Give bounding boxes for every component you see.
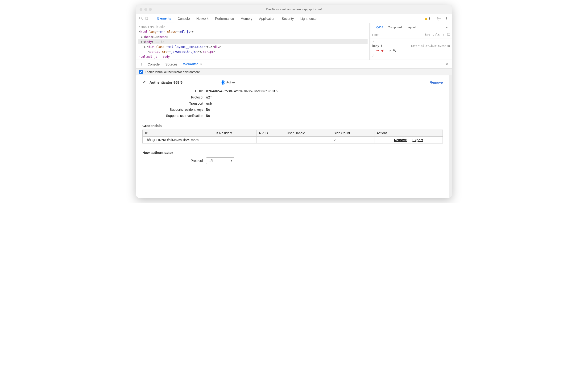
breadcrumb[interactable]: html.mdl-js body bbox=[136, 54, 369, 60]
tab-security[interactable]: Security bbox=[278, 14, 297, 23]
credentials-title: Credentials bbox=[142, 124, 443, 128]
separator bbox=[151, 16, 151, 21]
active-radio[interactable] bbox=[221, 80, 225, 84]
tab-memory[interactable]: Memory bbox=[237, 14, 256, 23]
col-is-resident[interactable]: Is Resident bbox=[213, 130, 257, 137]
window-title: DevTools - webauthndemo.appspot.com/ bbox=[136, 8, 452, 11]
drawer-tab-webauthn[interactable]: WebAuthn × bbox=[180, 60, 205, 68]
col-actions: Actions bbox=[374, 130, 443, 137]
credential-remove-link[interactable]: Remove bbox=[394, 138, 407, 142]
styles-panel: Styles Computed Layout » :hov .cls + } b… bbox=[370, 23, 452, 60]
svg-rect-2 bbox=[148, 18, 149, 20]
drawer-tab-console[interactable]: Console bbox=[145, 61, 162, 68]
protocol-value: u2f bbox=[206, 95, 443, 99]
cred-id: +bfTQHHRzKOfhilMnvIvCIkWTm5p9… bbox=[143, 137, 213, 144]
tab-console[interactable]: Console bbox=[174, 14, 193, 23]
transport-value: usb bbox=[206, 102, 443, 105]
sidebar-toggle-icon[interactable] bbox=[446, 33, 452, 37]
col-id[interactable]: ID bbox=[143, 130, 213, 137]
svg-point-9 bbox=[141, 63, 142, 63]
dom-tree[interactable]: <!DOCTYPE html> <html lang="en" class="m… bbox=[136, 23, 369, 54]
enable-bar: Enable virtual authenticator environment bbox=[136, 69, 452, 75]
active-label: Active bbox=[226, 81, 235, 84]
new-rule-icon[interactable]: + bbox=[441, 33, 446, 37]
breadcrumb-body[interactable]: body bbox=[163, 55, 170, 58]
inspect-icon[interactable] bbox=[139, 16, 144, 21]
cred-user-handle bbox=[284, 137, 331, 144]
tab-network[interactable]: Network bbox=[193, 14, 212, 23]
col-user-handle[interactable]: User Handle bbox=[284, 130, 331, 137]
uuid-value: 07b4db54-7538-4f78-8a36-9bd387d958f6 bbox=[206, 89, 443, 93]
new-authenticator-title: New authenticator bbox=[142, 151, 443, 155]
tab-application[interactable]: Application bbox=[256, 14, 279, 23]
separator bbox=[433, 16, 433, 21]
col-rp-id[interactable]: RP ID bbox=[257, 130, 284, 137]
remove-authenticator-link[interactable]: Remove bbox=[429, 80, 443, 84]
svg-point-5 bbox=[447, 18, 447, 19]
svg-rect-7 bbox=[448, 33, 450, 35]
kebab-icon[interactable] bbox=[444, 16, 449, 21]
new-protocol-select[interactable]: u2f bbox=[206, 157, 234, 164]
cred-rp-id bbox=[257, 137, 284, 144]
drawer-menu-icon[interactable] bbox=[139, 63, 145, 66]
svg-point-3 bbox=[438, 18, 439, 19]
doctype: <!DOCTYPE html> bbox=[139, 25, 165, 29]
close-icon[interactable]: × bbox=[199, 63, 202, 66]
user-verification-value: No bbox=[206, 114, 443, 117]
drawer: Console Sources WebAuthn × × Enable virt… bbox=[136, 60, 452, 198]
styles-filter-input[interactable] bbox=[370, 32, 422, 37]
warning-icon bbox=[424, 17, 428, 20]
svg-point-6 bbox=[447, 20, 447, 20]
source-link[interactable]: material.te…k.min.css:8 bbox=[411, 44, 450, 48]
authenticator-header: Authenticator 958f6 Active Remove bbox=[142, 80, 443, 84]
tab-lighthouse[interactable]: Lighthouse bbox=[297, 14, 320, 23]
tab-performance[interactable]: Performance bbox=[212, 14, 237, 23]
tab-elements[interactable]: Elements bbox=[154, 14, 174, 23]
pencil-icon[interactable] bbox=[142, 80, 146, 84]
credential-export-link[interactable]: Export bbox=[412, 138, 423, 142]
breadcrumb-html[interactable]: html.mdl-js bbox=[139, 55, 157, 58]
authenticator-title: Authenticator 958f6 bbox=[150, 80, 182, 84]
device-toggle-icon[interactable] bbox=[145, 16, 150, 21]
svg-rect-1 bbox=[146, 17, 148, 20]
authenticator-details: UUID 07b4db54-7538-4f78-8a36-9bd387d958f… bbox=[142, 89, 443, 117]
svg-point-11 bbox=[141, 65, 142, 65]
enable-virtual-label: Enable virtual authenticator environment bbox=[145, 70, 200, 74]
drawer-close-icon[interactable]: × bbox=[444, 62, 449, 67]
table-header-row: ID Is Resident RP ID User Handle Sign Co… bbox=[143, 130, 443, 137]
cred-is-resident bbox=[213, 137, 257, 144]
drawer-tab-sources[interactable]: Sources bbox=[162, 61, 180, 68]
col-sign-count[interactable]: Sign Count bbox=[331, 130, 374, 137]
enable-virtual-checkbox[interactable] bbox=[139, 70, 143, 74]
cls-toggle[interactable]: .cls bbox=[431, 33, 441, 37]
dom-panel: <!DOCTYPE html> <html lang="en" class="m… bbox=[136, 23, 370, 60]
cred-sign-count: 2 bbox=[331, 137, 374, 144]
resident-keys-value: No bbox=[206, 108, 443, 111]
new-protocol-label: Protocol bbox=[142, 159, 203, 163]
warnings-count: 3 bbox=[429, 17, 430, 20]
main-tabs: Elements Console Network Performance Mem… bbox=[154, 14, 320, 23]
svg-point-4 bbox=[447, 17, 447, 17]
svg-point-10 bbox=[141, 64, 142, 64]
credentials-table: ID Is Resident RP ID User Handle Sign Co… bbox=[142, 130, 443, 144]
titlebar: DevTools - webauthndemo.appspot.com/ bbox=[136, 5, 452, 14]
css-rules[interactable]: } body {material.te…k.min.css:8 margin: … bbox=[370, 38, 452, 58]
table-row[interactable]: +bfTQHHRzKOfhilMnvIvCIkWTm5p9… 2 Remove … bbox=[143, 137, 443, 144]
styles-tab-more[interactable]: » bbox=[443, 23, 450, 31]
top-toolbar: Elements Console Network Performance Mem… bbox=[136, 14, 452, 23]
gear-icon[interactable] bbox=[436, 16, 441, 21]
styles-tab-computed[interactable]: Computed bbox=[385, 23, 404, 31]
selected-node[interactable]: ⋯▼<body> == $0 bbox=[138, 39, 368, 44]
styles-tab-styles[interactable]: Styles bbox=[372, 23, 385, 31]
warnings-badge[interactable]: 3 bbox=[424, 17, 430, 20]
hov-toggle[interactable]: :hov bbox=[422, 33, 431, 37]
styles-tab-layout[interactable]: Layout bbox=[404, 23, 418, 31]
